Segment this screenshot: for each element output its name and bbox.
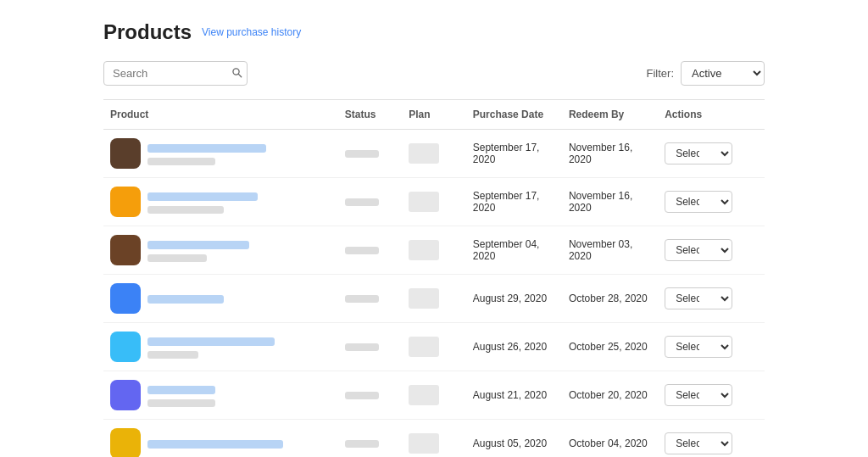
search-input[interactable] — [103, 61, 248, 86]
status-cell-4 — [338, 323, 402, 371]
table-row: September 17, 2020November 16, 2020Selec… — [103, 178, 765, 226]
product-cell-2 — [103, 226, 338, 275]
product-name-block — [147, 191, 258, 214]
plan-image — [409, 192, 439, 212]
filter-select[interactable]: Active Inactive All — [681, 61, 765, 86]
product-subtitle — [147, 206, 258, 214]
toolbar: Filter: Active Inactive All — [103, 61, 765, 86]
actions-cell-1[interactable]: Select — [658, 178, 765, 226]
action-select-0[interactable]: Select — [665, 142, 732, 164]
filter-wrapper: Filter: Active Inactive All — [647, 61, 765, 86]
purchase-date-cell-2: September 04, 2020 — [466, 226, 562, 275]
product-name-block — [147, 239, 249, 262]
actions-cell-4[interactable]: Select — [658, 323, 765, 371]
product-cell-0 — [103, 130, 338, 178]
redeem-by-cell-1: November 16, 2020 — [562, 178, 658, 226]
actions-cell-2[interactable]: Select — [658, 226, 765, 275]
product-name-blur — [147, 440, 283, 449]
plan-image — [409, 337, 439, 357]
table-row: September 04, 2020November 03, 2020Selec… — [103, 226, 765, 275]
redeem-by-cell-4: October 25, 2020 — [562, 323, 658, 371]
table-row: August 26, 2020October 25, 2020Select — [103, 323, 765, 371]
filter-label: Filter: — [647, 67, 675, 80]
plan-image — [409, 240, 439, 260]
search-button[interactable] — [231, 67, 242, 81]
status-blur — [345, 295, 379, 303]
product-info — [110, 380, 331, 410]
page-header: Products View purchase history — [103, 20, 765, 44]
redeem-by-cell-2: November 03, 2020 — [562, 226, 658, 275]
purchase-date-cell-6: August 05, 2020 — [466, 420, 562, 458]
redeem-by-cell-0: November 16, 2020 — [562, 130, 658, 178]
product-name — [147, 437, 283, 449]
product-cell-5 — [103, 371, 338, 420]
product-icon — [110, 332, 141, 362]
status-blur — [345, 198, 379, 206]
action-select-4[interactable]: Select — [665, 336, 732, 358]
col-header-purchase: Purchase Date — [466, 100, 562, 130]
plan-cell-2 — [402, 226, 465, 275]
plan-cell-0 — [402, 130, 465, 178]
plan-cell-3 — [402, 275, 465, 323]
plan-cell-1 — [402, 178, 465, 226]
products-table: Product Status Plan Purchase Date Redeem… — [103, 100, 765, 457]
product-name-block — [147, 142, 266, 165]
purchase-date-cell-5: August 21, 2020 — [466, 371, 562, 420]
table-row: August 05, 2020October 04, 2020Select — [103, 420, 765, 458]
action-select-2[interactable]: Select — [665, 239, 732, 261]
plan-cell-4 — [402, 323, 465, 371]
action-select-6[interactable]: Select — [665, 432, 732, 454]
table-row: August 21, 2020October 20, 2020Select — [103, 371, 765, 420]
redeem-by-cell-3: October 28, 2020 — [562, 275, 658, 323]
product-info — [110, 235, 331, 265]
plan-image — [409, 288, 439, 309]
product-info — [110, 332, 331, 362]
product-info — [110, 428, 331, 457]
col-header-status: Status — [338, 100, 402, 130]
product-name — [147, 142, 266, 154]
product-subtitle-blur — [147, 206, 224, 214]
actions-cell-6[interactable]: Select — [658, 420, 765, 458]
product-name-blur — [147, 241, 249, 249]
product-subtitle — [147, 254, 249, 262]
actions-cell-0[interactable]: Select — [658, 130, 765, 178]
view-purchase-history-link[interactable]: View purchase history — [202, 26, 301, 38]
product-subtitle — [147, 399, 215, 407]
product-icon — [110, 187, 141, 217]
redeem-by-cell-6: October 04, 2020 — [562, 420, 658, 458]
product-subtitle — [147, 351, 275, 359]
col-header-plan: Plan — [402, 100, 465, 130]
action-select-5[interactable]: Select — [665, 384, 732, 406]
actions-cell-3[interactable]: Select — [658, 275, 765, 323]
plan-image — [409, 143, 439, 164]
col-header-actions: Actions — [658, 100, 765, 130]
table-header-row: Product Status Plan Purchase Date Redeem… — [103, 100, 765, 130]
actions-cell-5[interactable]: Select — [658, 371, 765, 420]
purchase-date-cell-1: September 17, 2020 — [466, 178, 562, 226]
purchase-date-cell-0: September 17, 2020 — [466, 130, 562, 178]
product-name — [147, 293, 224, 304]
action-select-1[interactable]: Select — [665, 191, 732, 213]
action-select-3[interactable]: Select — [665, 287, 732, 309]
status-cell-3 — [338, 275, 402, 323]
plan-image — [409, 385, 439, 405]
redeem-by-cell-5: October 20, 2020 — [562, 371, 658, 420]
plan-image — [409, 433, 439, 454]
product-info — [110, 138, 331, 169]
product-info — [110, 187, 331, 217]
svg-line-1 — [238, 74, 242, 77]
product-subtitle-blur — [147, 158, 215, 165]
status-blur — [345, 150, 379, 158]
status-blur — [345, 440, 379, 448]
status-blur — [345, 343, 379, 351]
product-name — [147, 336, 275, 348]
page-title: Products — [103, 20, 192, 44]
product-name-blur — [147, 337, 275, 346]
product-name-block — [147, 437, 283, 449]
plan-cell-5 — [402, 371, 465, 420]
plan-cell-6 — [402, 420, 465, 458]
product-name — [147, 191, 258, 203]
status-blur — [345, 247, 379, 254]
col-header-redeem: Redeem By — [562, 100, 658, 130]
status-cell-2 — [338, 226, 402, 275]
